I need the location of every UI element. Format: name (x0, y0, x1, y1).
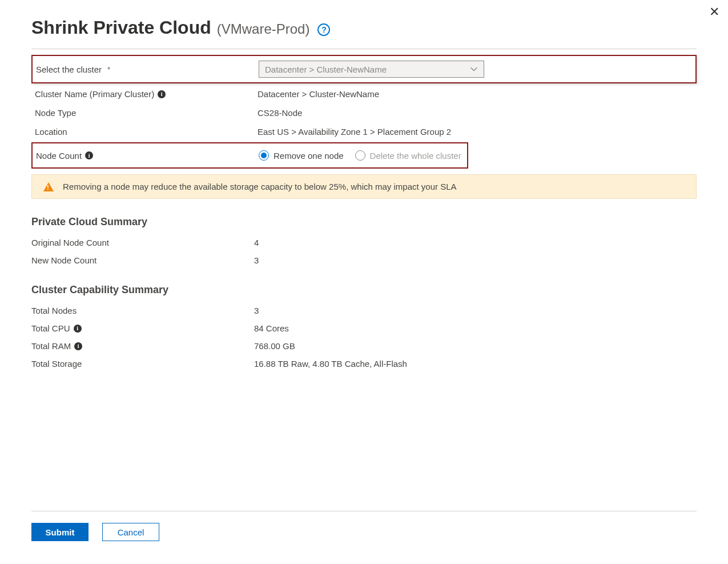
cancel-button[interactable]: Cancel (102, 523, 159, 541)
page-title: Shrink Private Cloud (31, 17, 211, 38)
node-type-value: CS28-Node (258, 108, 302, 118)
total-nodes-label: Total Nodes (31, 306, 254, 315)
node-count-label: Node Count i (36, 151, 259, 161)
radio-circle-icon (259, 150, 269, 161)
node-count-highlight: Node Count i Remove one node Delete the … (31, 142, 468, 169)
original-node-count-value: 4 (254, 238, 259, 247)
select-cluster-row: Select the cluster Datacenter > Cluster-… (36, 56, 692, 82)
node-type-row: Node Type CS28-Node (35, 103, 693, 122)
total-cpu-row: Total CPU i 84 Cores (31, 319, 697, 337)
info-icon[interactable]: i (74, 342, 82, 350)
total-ram-value: 768.00 GB (254, 341, 295, 351)
button-row: Submit Cancel (31, 523, 697, 541)
close-icon: ✕ (709, 5, 719, 19)
radio-delete-whole-label: Delete the whole cluster (370, 151, 461, 161)
new-node-count-label: New Node Count (31, 255, 254, 265)
total-storage-label: Total Storage (31, 359, 254, 369)
page-subtitle: (VMware-Prod) (217, 21, 310, 37)
cluster-dropdown-value: Datacenter > Cluster-NewName (265, 65, 387, 74)
radio-delete-whole-cluster[interactable]: Delete the whole cluster (355, 150, 461, 161)
radio-circle-icon (355, 150, 365, 161)
footer-divider (31, 511, 697, 511)
location-label: Location (35, 127, 258, 137)
cluster-name-row: Cluster Name (Primary Cluster) i Datacen… (35, 85, 693, 103)
node-count-radio-group: Remove one node Delete the whole cluster (259, 150, 461, 161)
original-node-count-label: Original Node Count (31, 238, 254, 247)
info-icon[interactable]: i (74, 325, 82, 333)
total-nodes-row: Total Nodes 3 (31, 302, 697, 319)
warning-icon (43, 182, 54, 191)
page-header: Shrink Private Cloud (VMware-Prod) ? (31, 17, 697, 38)
total-cpu-label: Total CPU i (31, 323, 254, 333)
radio-remove-one-node[interactable]: Remove one node (259, 150, 344, 161)
warning-banner: Removing a node may reduce the available… (31, 174, 697, 199)
cluster-name-label: Cluster Name (Primary Cluster) i (35, 89, 258, 99)
info-icon[interactable]: i (85, 151, 93, 159)
warning-text: Removing a node may reduce the available… (63, 182, 457, 191)
help-icon[interactable]: ? (317, 23, 330, 36)
close-button[interactable]: ✕ (709, 6, 719, 18)
select-cluster-label: Select the cluster (36, 65, 259, 74)
private-cloud-summary-title: Private Cloud Summary (31, 216, 697, 228)
location-row: Location East US > Availability Zone 1 >… (35, 122, 693, 141)
original-node-count-row: Original Node Count 4 (31, 234, 697, 251)
header-divider (31, 49, 697, 49)
new-node-count-row: New Node Count 3 (31, 251, 697, 269)
cluster-capability-title: Cluster Capability Summary (31, 284, 697, 296)
new-node-count-value: 3 (254, 255, 259, 265)
cluster-name-value: Datacenter > Cluster-NewName (258, 89, 379, 99)
info-icon[interactable]: i (158, 90, 166, 98)
cluster-dropdown[interactable]: Datacenter > Cluster-NewName (259, 61, 484, 78)
radio-remove-one-label: Remove one node (273, 151, 344, 161)
total-ram-row: Total RAM i 768.00 GB (31, 337, 697, 355)
total-storage-value: 16.88 TB Raw, 4.80 TB Cache, All-Flash (254, 359, 407, 369)
node-type-label: Node Type (35, 108, 258, 118)
location-value: East US > Availability Zone 1 > Placemen… (258, 127, 451, 137)
select-cluster-highlight: Select the cluster Datacenter > Cluster-… (31, 55, 697, 83)
footer: Submit Cancel (31, 511, 697, 541)
total-cpu-value: 84 Cores (254, 323, 289, 333)
node-count-row: Node Count i Remove one node Delete the … (36, 146, 464, 165)
total-storage-row: Total Storage 16.88 TB Raw, 4.80 TB Cach… (31, 355, 697, 373)
submit-button[interactable]: Submit (31, 523, 89, 541)
total-nodes-value: 3 (254, 306, 259, 315)
chevron-down-icon (470, 65, 478, 73)
total-ram-label: Total RAM i (31, 341, 254, 351)
